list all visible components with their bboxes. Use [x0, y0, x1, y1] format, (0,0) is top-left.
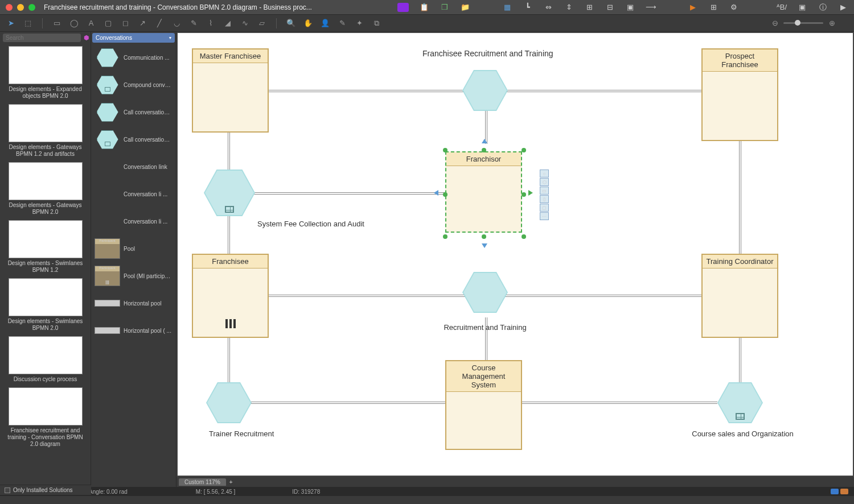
action-rect-icon[interactable]: ▭ [540, 187, 549, 195]
template-thumbnail[interactable]: Design elements - Swimlanes BPMN 1.2 [0, 218, 91, 276]
shape-compound-conversation[interactable]: Compound conve ... [91, 71, 176, 98]
conversation-course-sales[interactable] [717, 382, 763, 423]
close-window-button[interactable] [6, 4, 13, 11]
zoom-in-icon[interactable]: ⊕ [827, 18, 837, 28]
brush-tool[interactable]: ⌇ [206, 18, 216, 28]
status-pill-orange[interactable] [840, 489, 848, 494]
participant-franchisee[interactable]: Franchisee [192, 254, 269, 338]
resize-handle[interactable] [482, 148, 486, 152]
zoom-slider[interactable]: ⊖ ⊕ [770, 18, 837, 28]
shape-pool-mi[interactable]: Participant|||Pool (MI participant) [91, 262, 176, 290]
home-nav-icon[interactable]: ⬢ [83, 34, 91, 42]
resize-handle[interactable] [443, 234, 447, 239]
conversation-fee[interactable] [204, 170, 255, 216]
settings-icon[interactable]: ⚙ [729, 2, 739, 13]
only-installed-checkbox[interactable] [5, 488, 10, 493]
shape-tool[interactable]: ▱ [257, 18, 267, 28]
library-dropdown[interactable]: Conversations [92, 33, 175, 43]
resize-handle[interactable] [443, 148, 447, 152]
align2-icon[interactable]: ⊞ [584, 2, 594, 13]
shape-call-conversation[interactable]: Call conversation ... [91, 98, 176, 126]
shape-communication[interactable]: Communication ... [91, 44, 176, 71]
callout-tool[interactable]: ◻ [120, 18, 130, 28]
shape-conversation-link[interactable]: Conversation link [91, 153, 176, 180]
distribute-v-icon[interactable]: ⇕ [564, 2, 574, 13]
distribute-h-icon[interactable]: ⇔ [543, 2, 553, 13]
format-icon[interactable]: ᴬB/ [777, 2, 787, 13]
resize-handle[interactable] [522, 192, 526, 197]
diagram-canvas[interactable]: Franchisee Recruitment and Training Mast… [178, 33, 853, 476]
shape-horizontal-pool-2[interactable]: Horizontal pool ( ... [91, 317, 176, 344]
participant-training-coordinator[interactable]: Training Coordinator [701, 254, 778, 338]
action-db-icon[interactable]: ▯ [540, 195, 549, 203]
zoom-tool[interactable]: 🔍 [286, 18, 296, 28]
clipboard-icon[interactable]: 📋 [419, 2, 429, 13]
folder-icon[interactable]: 📁 [460, 2, 470, 13]
conversation-trainer-recruit[interactable] [206, 382, 252, 423]
presentation-icon[interactable]: ▶ [688, 2, 698, 13]
group-icon[interactable]: ▣ [625, 2, 635, 13]
shape-conversation-link-3[interactable]: Conversation li ... [91, 208, 176, 235]
action-more-icon[interactable]: ⋯ [540, 212, 549, 220]
action-doc-icon[interactable]: ▢ [540, 204, 549, 212]
solutions-icon[interactable] [397, 3, 409, 12]
align3-icon[interactable]: ⊟ [605, 2, 615, 13]
hand-tool[interactable]: ✋ [303, 18, 313, 28]
minimize-window-button[interactable] [17, 4, 24, 11]
shape-conversation-link-2[interactable]: Conversation li ... [91, 180, 176, 208]
conversation-recruit-train[interactable] [462, 272, 508, 313]
template-thumbnail[interactable]: Franchisee recruitment and training - Co… [0, 385, 91, 450]
template-thumbnail[interactable]: Design elements - Gateways BPMN 1.2 and … [0, 102, 91, 160]
search-input[interactable] [3, 34, 81, 42]
shape-horizontal-pool[interactable]: Horizontal pool [91, 290, 176, 317]
pen-tool[interactable]: ✎ [188, 18, 199, 28]
status-pill-blue[interactable] [831, 489, 839, 494]
resize-handle[interactable] [522, 234, 526, 239]
template-thumbnail[interactable]: Design elements - Gateways BPMN 2.0 [0, 160, 91, 218]
participant-prospect-franchisee[interactable]: Prospect Franchisee [701, 48, 778, 141]
align-icon[interactable]: ┗ [523, 2, 533, 13]
play-icon[interactable]: ▶ [838, 2, 848, 13]
template-thumbnail[interactable]: Discussion cycle process [0, 334, 91, 385]
connect-handle-right[interactable] [528, 190, 533, 196]
magic-tool[interactable]: ✦ [354, 18, 364, 28]
arrow-tool[interactable]: ↗ [137, 18, 147, 28]
connect-handle-down[interactable] [482, 243, 487, 248]
layers-icon[interactable]: ❒ [440, 2, 450, 13]
shape-pool[interactable]: ParticipantPool [91, 235, 176, 262]
connect-handle-left[interactable] [434, 190, 438, 196]
action-hex-icon[interactable]: ⬡ [540, 178, 549, 186]
info-icon[interactable]: ⓘ [818, 2, 828, 13]
participant-course-mgmt[interactable]: Course ManagementSystem [445, 360, 522, 450]
conversation-top[interactable] [462, 70, 508, 111]
link-icon[interactable]: ⟶ [646, 2, 656, 13]
resize-handle[interactable] [443, 192, 447, 197]
zoom-out-icon[interactable]: ⊖ [770, 18, 780, 28]
zoom-tab[interactable]: Custom 117% [179, 478, 226, 486]
curve-tool[interactable]: ∿ [240, 18, 250, 28]
export-icon[interactable]: ▣ [797, 2, 807, 13]
stamp-tool[interactable]: 👤 [320, 18, 330, 28]
action-circle-icon[interactable]: ○ [540, 170, 549, 177]
select-tool[interactable]: ⬚ [23, 18, 33, 28]
connector[interactable] [739, 133, 741, 261]
line-tool[interactable]: ╱ [154, 18, 165, 28]
eyedropper-tool[interactable]: ✎ [337, 18, 347, 28]
template-thumbnail[interactable]: Design elements - Swimlanes BPMN 2.0 [0, 276, 91, 334]
shape-call-conversation-2[interactable]: Call conversation ... [91, 126, 176, 153]
text-tool[interactable]: A [86, 18, 96, 28]
connect-handle-up[interactable] [482, 139, 487, 143]
template-thumbnail[interactable]: Design elements - Expanded objects BPMN … [0, 44, 91, 102]
add-tab-icon[interactable]: + [229, 479, 233, 485]
participant-franchisor[interactable]: Franchisor [445, 151, 522, 233]
card-tool[interactable]: ▢ [103, 18, 113, 28]
grid-icon[interactable]: ▦ [502, 2, 512, 13]
crop-tool[interactable]: ⧉ [371, 18, 381, 28]
rect-tool[interactable]: ▭ [52, 18, 62, 28]
connector[interactable] [249, 192, 445, 195]
maximize-window-button[interactable] [28, 4, 35, 11]
participant-master-franchisee[interactable]: Master Franchisee [192, 48, 269, 133]
ellipse-tool[interactable]: ◯ [69, 18, 79, 28]
table-icon[interactable]: ⊞ [708, 2, 718, 13]
resize-handle[interactable] [482, 234, 486, 239]
